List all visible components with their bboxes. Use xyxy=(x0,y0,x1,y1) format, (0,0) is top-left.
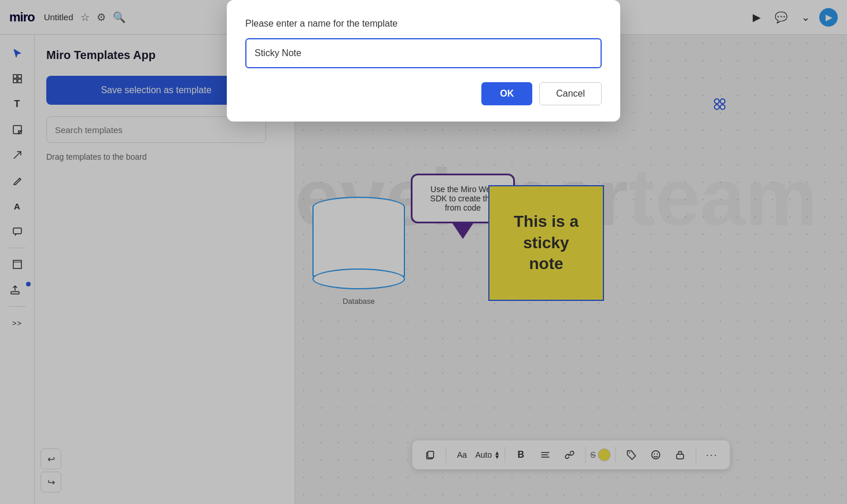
modal-prompt: Please enter a name for the template xyxy=(245,19,602,29)
modal-name-input[interactable] xyxy=(245,38,602,68)
modal-actions: OK Cancel xyxy=(245,82,602,105)
modal-overlay: Please enter a name for the template OK … xyxy=(0,0,847,504)
modal-cancel-button[interactable]: Cancel xyxy=(539,82,602,105)
modal-ok-button[interactable]: OK xyxy=(481,82,532,105)
modal-dialog: Please enter a name for the template OK … xyxy=(227,0,620,122)
